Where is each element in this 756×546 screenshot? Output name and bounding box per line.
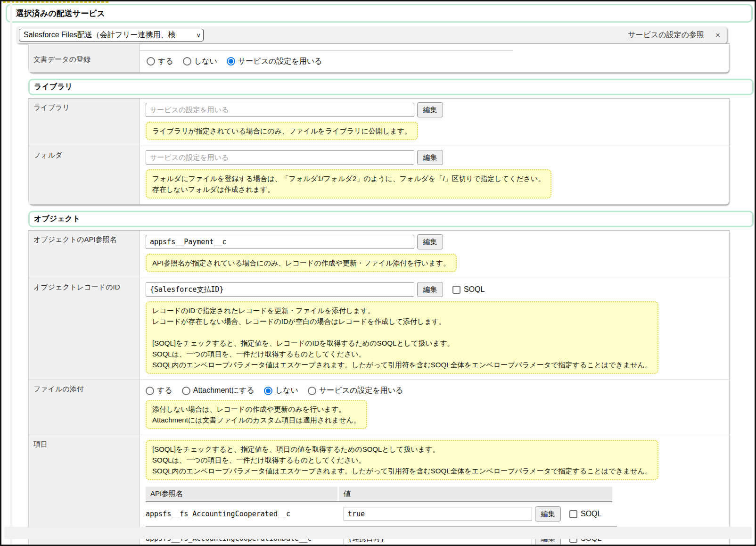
row-object-api-name: オブジェクトのAPI参照名 編集 API参照名が指定されている場合にのみ、レコー…: [29, 231, 729, 278]
radio-icon[interactable]: [308, 387, 316, 395]
radio-option-attachment[interactable]: Attachmentにする: [182, 386, 255, 396]
edit-button[interactable]: 編集: [417, 150, 443, 165]
section-title: ライブラリ: [34, 82, 73, 92]
radio-icon[interactable]: [182, 387, 190, 395]
edit-button[interactable]: 編集: [417, 102, 443, 117]
row-library: ライブラリ 編集 ライブラリが指定されている場合にのみ、ファイルをライブラリに公…: [29, 99, 729, 146]
radio-option-suru[interactable]: する: [147, 57, 173, 66]
document-settings-table: 文書データの登録 する しない サービスの設定を用いる: [28, 43, 730, 73]
radio-option-shinai[interactable]: しない: [183, 57, 217, 66]
panel-title-box: 選択済みの配送サービス: [6, 4, 753, 23]
soql-checkbox-group[interactable]: SOQL: [452, 285, 485, 294]
radio-label: サービスの設定を用いる: [319, 386, 403, 396]
page-title: 選択済みの配送サービス: [16, 8, 105, 19]
radio-icon[interactable]: [147, 57, 155, 66]
field-value-input[interactable]: [344, 507, 532, 521]
horizontal-scrollbar[interactable]: [4, 527, 752, 539]
soql-label: SOQL: [464, 285, 485, 294]
soql-label: SOQL: [581, 510, 601, 518]
fields-note: [SOQL]をチェックすると、指定値を、項目の値を取得するためのSOQLとして扱…: [146, 440, 658, 480]
section-object: オブジェクト: [28, 211, 754, 227]
record-id-input[interactable]: [146, 282, 414, 297]
radio-option-use-service-setting[interactable]: サービスの設定を用いる: [227, 57, 322, 66]
object-api-note: API参照名が指定されている場合にのみ、レコードの作成や更新・ファイル添付を行い…: [146, 254, 457, 272]
service-settings-link[interactable]: サービスの設定の参照: [628, 30, 704, 40]
soql-checkbox[interactable]: [452, 286, 460, 294]
radio-icon[interactable]: [146, 387, 154, 395]
radio-label: サービスの設定を用いる: [238, 57, 322, 66]
toolbar-right: サービスの設定の参照 ×: [628, 30, 720, 40]
object-table: オブジェクトのAPI参照名 編集 API参照名が指定されている場合にのみ、レコー…: [28, 230, 730, 546]
row-label: ファイルの添付: [29, 380, 140, 435]
folder-note: フォルダにファイルを登録する場合は、「フォルダ1/フォルダ2」のように、フォルダ…: [146, 169, 551, 199]
chevron-down-icon: ∨: [196, 32, 201, 39]
table-row-cutoff: [29, 44, 729, 50]
row-label: [29, 44, 140, 50]
left-gutter: [10, 1, 12, 545]
file-attach-note: 添付しない場合は、レコードの作成や更新のみを行います。 Attachmentには…: [146, 400, 367, 429]
radio-icon[interactable]: [227, 57, 235, 66]
service-select[interactable]: Salesforce Files配送（会計フリー連携用、検 ∨: [19, 29, 204, 41]
radio-option-shinai[interactable]: しない: [264, 386, 298, 396]
radio-icon[interactable]: [264, 387, 272, 395]
radio-label: しない: [194, 57, 217, 66]
radio-icon[interactable]: [183, 57, 191, 66]
row-folder: フォルダ 編集 フォルダにファイルを登録する場合は、「フォルダ1/フォルダ2」の…: [29, 146, 729, 204]
edit-button[interactable]: 編集: [417, 234, 443, 249]
row-object-record-id: オブジェクトレコードのID 編集 SOQL レコードのIDで指定されたレコードを…: [29, 278, 729, 380]
close-icon[interactable]: ×: [715, 31, 720, 39]
row-file-attach: ファイルの添付 する Attachmentにする しない: [29, 380, 729, 435]
row-document-register: 文書データの登録 する しない サービスの設定を用いる: [29, 50, 729, 72]
radio-option-suru[interactable]: する: [146, 386, 173, 396]
radio-label: する: [158, 57, 173, 66]
radio-option-use-service-setting[interactable]: サービスの設定を用いる: [308, 386, 403, 396]
edit-button[interactable]: 編集: [417, 282, 443, 297]
library-input[interactable]: [146, 103, 414, 117]
focus-outline: [3, 1, 108, 3]
edit-button[interactable]: 編集: [535, 506, 561, 521]
table-row: appsfs__fs_AccountingCooperated__c 編集 SO…: [146, 502, 617, 527]
file-attach-radio-group: する Attachmentにする しない サービスの設定を用いる: [146, 384, 729, 396]
radio-label: Attachmentにする: [193, 386, 255, 396]
row-label: オブジェクトのAPI参照名: [29, 231, 140, 278]
row-label: 文書データの登録: [29, 50, 140, 72]
toolbar: Salesforce Files配送（会計フリー連携用、検 ∨ サービスの設定の…: [16, 26, 727, 43]
section-title: オブジェクト: [34, 214, 80, 224]
radio-label: しない: [275, 386, 298, 396]
column-header-api-name: API参照名: [146, 487, 337, 501]
field-api-name: appsfs__fs_AccountingCooperated__c: [146, 510, 344, 518]
soql-checkbox-group[interactable]: SOQL: [569, 510, 601, 518]
fields-table-header: API参照名 値: [146, 487, 612, 502]
folder-input[interactable]: [146, 150, 414, 165]
library-table: ライブラリ 編集 ライブラリが指定されている場合にのみ、ファイルをライブラリに公…: [28, 98, 730, 205]
column-header-value: 値: [339, 487, 612, 501]
row-label: ライブラリ: [29, 99, 140, 146]
document-register-radio-group: する しない サービスの設定を用いる: [147, 57, 322, 66]
selected-delivery-service-panel: 選択済みの配送サービス Salesforce Files配送（会計フリー連携用、…: [0, 0, 756, 546]
service-select-value: Salesforce Files配送（会計フリー連携用、検: [24, 30, 195, 40]
object-api-input[interactable]: [146, 235, 414, 249]
radio-label: する: [157, 386, 173, 396]
row-label: オブジェクトレコードのID: [29, 278, 140, 380]
soql-checkbox[interactable]: [569, 510, 577, 518]
library-note: ライブラリが指定されている場合にのみ、ファイルをライブラリに公開します。: [146, 122, 418, 140]
record-id-note: レコードのIDで指定されたレコードを更新・ファイルを添付します。 レコードが存在…: [146, 301, 658, 374]
row-label: フォルダ: [29, 146, 140, 204]
section-library: ライブラリ: [28, 79, 754, 95]
